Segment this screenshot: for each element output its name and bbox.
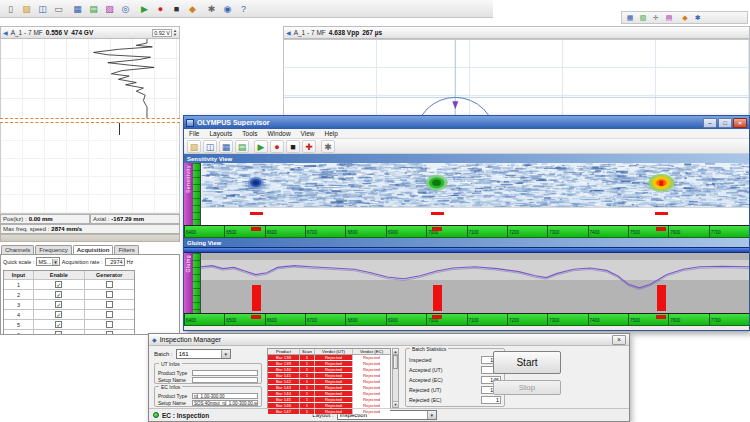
ec-setup-name-field[interactable]: SQS 40mput_rd_1.00-300.00.set	[192, 400, 258, 406]
collapse-icon[interactable]: ◀	[286, 29, 291, 36]
palette-icon[interactable]: ▤	[86, 2, 101, 16]
enable-checkbox[interactable]: ✓	[55, 311, 62, 318]
layout-grid-icon[interactable]: ▦	[70, 2, 85, 16]
generator-checkbox[interactable]	[106, 291, 113, 298]
supervisor-titlebar[interactable]: OLYMPUS Supervisor –□×	[184, 116, 749, 129]
cursor-marker	[119, 123, 120, 135]
zoom-in-icon[interactable]: ✛	[650, 12, 662, 23]
menu-file[interactable]: File	[184, 130, 204, 137]
ruler-defect-mark	[432, 227, 442, 231]
impedance-panel-title: A_1 - 7 MF	[294, 29, 326, 36]
generator-checkbox[interactable]	[106, 301, 113, 308]
stop-button[interactable]: Stop	[493, 380, 561, 395]
ut-setup-name-field[interactable]	[192, 377, 258, 383]
record-icon[interactable]: ●	[153, 2, 168, 16]
close-button[interactable]: ×	[733, 118, 747, 128]
enable-checkbox[interactable]: ✓	[55, 331, 62, 335]
generator-checkbox[interactable]	[106, 311, 113, 318]
curve-icon[interactable]: ▧	[637, 12, 649, 23]
abort-icon[interactable]: ✚	[302, 140, 316, 153]
zoom-icon[interactable]: ◎	[118, 2, 133, 16]
record-icon[interactable]: ●	[270, 140, 284, 153]
gluing-side-tab[interactable]: Gluing	[184, 253, 193, 313]
acquisition-rate-field[interactable]: 2974	[105, 258, 125, 266]
gluing-view-header[interactable]: Gluing View	[184, 238, 749, 247]
ec-product-type-field[interactable]: rd_1.00-300.00	[192, 393, 258, 399]
scroll-down-icon[interactable]: ▼	[393, 401, 398, 407]
gear-icon[interactable]: ✱	[204, 2, 219, 16]
tools-icon[interactable]: ✱	[321, 140, 335, 153]
menu-tools[interactable]: Tools	[237, 130, 262, 137]
stop-icon[interactable]: ■	[286, 140, 300, 153]
quick-scale-select[interactable]: MS...▾	[36, 257, 59, 266]
sensitivity-side-tab[interactable]: Sensitivity	[184, 163, 193, 225]
generator-checkbox[interactable]	[106, 331, 113, 335]
open-layout-icon[interactable]: ▨	[187, 140, 201, 153]
generator-checkbox[interactable]	[106, 281, 113, 288]
tab-filters[interactable]: Filters	[114, 245, 138, 254]
results-column-header[interactable]: Scan	[300, 349, 315, 354]
marker-icon[interactable]: ◆	[185, 2, 200, 16]
menu-help[interactable]: Help	[320, 130, 343, 137]
play-icon[interactable]: ▶	[137, 2, 152, 16]
play-icon[interactable]: ▶	[254, 140, 268, 153]
menu-layouts[interactable]: Layouts	[204, 130, 237, 137]
menu-view[interactable]: View	[296, 130, 320, 137]
enable-checkbox[interactable]: ✓	[55, 321, 62, 328]
defect-bar	[657, 285, 666, 311]
results-column-header[interactable]: Product	[268, 349, 300, 354]
save-layout-icon[interactable]: ◫	[203, 140, 217, 153]
stop-icon[interactable]: ■	[169, 2, 184, 16]
maximize-button[interactable]: □	[718, 118, 732, 128]
start-button[interactable]: Start	[493, 351, 561, 374]
strip-chart-plot[interactable]	[0, 123, 180, 214]
scroll-thumb[interactable]	[393, 355, 398, 369]
panels-icon[interactable]: ▦	[219, 140, 233, 153]
acquisition-rate-unit: Hz	[127, 259, 134, 265]
results-column-header[interactable]: Verdict (UT)	[315, 349, 353, 354]
sensitivity-cscan[interactable]	[201, 163, 749, 207]
close-button[interactable]: ×	[612, 335, 626, 345]
table-scrollbar[interactable]: ▲ ▼	[392, 348, 399, 408]
stat-row: Rejected (UT)140	[409, 385, 501, 395]
enable-checkbox[interactable]: ✓	[55, 281, 62, 288]
channel-table: InputEnableGenerator1✓2✓3✓4✓5✓6✓	[3, 270, 135, 335]
position-readouts: Pos(kz) : 0.00 mm Axial : -167.29 mm Max…	[0, 214, 180, 234]
collapse-icon[interactable]: ◀	[3, 29, 8, 36]
spinner-arrows-icon[interactable]: ▲▼	[173, 29, 177, 36]
ec-infos-group: EC Infos Product Type rd_1.00-300.00 Set…	[154, 386, 262, 407]
batch-row: Batch : 161 ▾	[154, 349, 231, 359]
generator-checkbox[interactable]	[106, 321, 113, 328]
sensitivity-view-header[interactable]: Sensitivity View	[184, 154, 749, 163]
info-icon[interactable]: ◉	[220, 2, 235, 16]
batch-select[interactable]: 161 ▾	[176, 349, 231, 359]
chart-icon[interactable]: ▧	[102, 2, 117, 16]
settings-icon[interactable]: ✱	[692, 12, 704, 23]
results-column-header[interactable]: Verdict (EC)	[353, 349, 390, 354]
result-row[interactable]: Bar 1471RejectedRejected	[268, 409, 390, 415]
gain-spinner[interactable]: 0.92 V ▲▼	[152, 29, 177, 37]
ut-infos-group: UT Infos Product Type Setup Name	[154, 363, 262, 384]
tab-channels[interactable]: Channels	[1, 245, 34, 254]
column-header: Generator	[85, 271, 135, 279]
defect-bar	[433, 285, 442, 311]
minimize-button[interactable]: –	[703, 118, 717, 128]
ascan-plot[interactable]	[0, 39, 180, 118]
ut-product-type-field[interactable]	[192, 370, 258, 376]
tab-acquisition[interactable]: Acquisition	[73, 245, 114, 254]
inspection-manager-titlebar[interactable]: ◆ Inspection Manager ×	[149, 334, 629, 346]
help-icon[interactable]: ?	[236, 2, 251, 16]
gluing-strip-chart[interactable]	[201, 253, 749, 313]
menu-window[interactable]: Window	[262, 130, 295, 137]
marker-icon[interactable]: ◆	[679, 12, 691, 23]
enable-checkbox[interactable]: ✓	[55, 291, 62, 298]
grid-icon[interactable]: ▦	[624, 12, 636, 23]
enable-checkbox[interactable]: ✓	[55, 301, 62, 308]
report-icon[interactable]: ▤	[235, 140, 249, 153]
open-file-icon[interactable]: ▨	[19, 2, 34, 16]
tab-frequency[interactable]: Frequency	[35, 245, 71, 254]
print-icon[interactable]: ▭	[51, 2, 66, 16]
layers-icon[interactable]: ▤	[663, 12, 675, 23]
new-file-icon[interactable]: ▯	[3, 2, 18, 16]
save-icon[interactable]: ◫	[35, 2, 50, 16]
